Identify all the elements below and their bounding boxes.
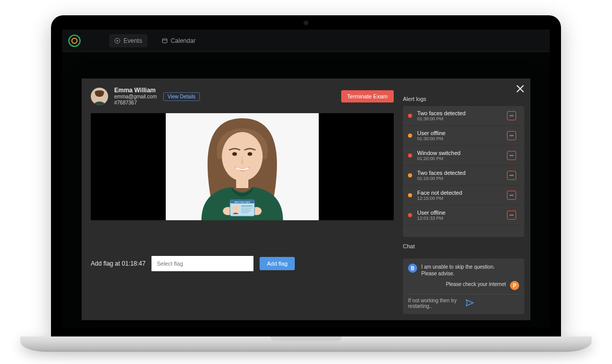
chat-panel: B I am unable to skip the question. Plea… xyxy=(403,258,524,314)
minus-icon xyxy=(509,195,514,196)
close-icon xyxy=(516,85,524,93)
alert-logs-title: Alert logs xyxy=(403,96,524,102)
alert-time: 01:20:00 PM xyxy=(417,156,507,161)
alert-item: Window switched01:20:00 PM xyxy=(403,146,521,166)
alert-severity-dot xyxy=(408,193,412,197)
nav-events[interactable]: Events xyxy=(109,34,147,47)
candidate-id: #7687367 xyxy=(114,100,157,106)
view-details-button[interactable]: View Details xyxy=(163,92,200,101)
nav-events-label: Events xyxy=(123,37,142,44)
app-nav: Events Calendar xyxy=(62,30,550,52)
alert-remove-button[interactable] xyxy=(507,111,516,120)
alert-severity-dot xyxy=(408,114,412,118)
alert-time: 12:01:33 PM xyxy=(417,216,507,221)
target-icon xyxy=(114,38,120,44)
minus-icon xyxy=(509,175,514,176)
calendar-icon xyxy=(162,38,168,44)
chat-avatar-proctor: P xyxy=(510,281,519,290)
alert-title: Window switched xyxy=(417,150,507,156)
candidate-video: NEW YORK STATE xyxy=(91,113,394,220)
alert-logs-list: Two faces detected01:38:00 PMUser offlin… xyxy=(403,106,524,237)
id-card-header: NEW YORK STATE xyxy=(235,201,250,203)
alert-remove-button[interactable] xyxy=(507,151,516,160)
svg-point-8 xyxy=(248,152,252,156)
candidate-email: emma@gmail.com xyxy=(114,94,157,100)
minus-icon xyxy=(509,135,514,136)
svg-rect-9 xyxy=(236,177,248,188)
alert-time: 01:30:00 PM xyxy=(417,136,507,141)
alert-severity-dot xyxy=(408,153,412,158)
alert-item: User offline12:01:33 PM xyxy=(403,205,521,225)
chat-message-candidate: I am unable to skip the question. Please… xyxy=(421,264,495,277)
chat-message-proctor: Please check your internet xyxy=(446,281,506,288)
candidate-name: Emma William xyxy=(114,87,157,94)
close-modal-button[interactable] xyxy=(515,84,525,94)
nav-calendar-label: Calendar xyxy=(171,37,196,44)
alert-remove-button[interactable] xyxy=(507,171,516,180)
svg-point-1 xyxy=(117,40,118,41)
alert-remove-button[interactable] xyxy=(507,211,516,220)
alert-remove-button[interactable] xyxy=(507,131,516,140)
proctor-modal: Emma William emma@gmail.com #7687367 Vie… xyxy=(82,79,530,320)
nav-calendar[interactable]: Calendar xyxy=(157,34,201,47)
alert-title: Two faces detected xyxy=(417,110,507,116)
chat-input[interactable]: If not working then try restarting.. xyxy=(408,298,462,309)
alert-title: Two faces detected xyxy=(417,170,507,176)
laptop-camera xyxy=(304,21,308,24)
app-window: Events Calendar xyxy=(62,30,550,327)
chat-avatar-candidate: B xyxy=(408,264,417,273)
alert-severity-dot xyxy=(408,134,412,138)
alert-logs-scroll[interactable]: Two faces detected01:38:00 PMUser offlin… xyxy=(403,106,521,237)
alert-severity-dot xyxy=(408,173,412,177)
alert-item: Two faces detected01:38:00 PM xyxy=(403,106,521,126)
alert-time: 01:38:00 PM xyxy=(417,116,507,121)
svg-point-15 xyxy=(234,206,238,210)
minus-icon xyxy=(509,215,514,216)
alert-remove-button[interactable] xyxy=(507,191,516,200)
send-message-button[interactable] xyxy=(466,299,519,307)
chat-title: Chat xyxy=(403,243,524,249)
alert-title: Face not detected xyxy=(417,190,507,196)
alert-severity-dot xyxy=(408,213,412,217)
svg-point-7 xyxy=(233,152,237,156)
alert-time: 12:15:00 PM xyxy=(417,196,507,201)
alert-title: User offline xyxy=(417,130,507,136)
candidate-video-feed: NEW YORK STATE xyxy=(166,113,319,220)
minus-icon xyxy=(509,155,514,156)
terminate-exam-button[interactable]: Terminate Exam xyxy=(341,90,394,102)
add-flag-button[interactable]: Add flag xyxy=(260,257,294,270)
candidate-avatar xyxy=(91,88,108,105)
add-flag-label: Add flag at 01:18:47 xyxy=(91,260,145,267)
alert-item: Face not detected12:15:00 PM xyxy=(403,186,521,205)
minus-icon xyxy=(509,115,514,116)
app-logo xyxy=(68,35,81,47)
alert-item: Two faces detected01:16:00 PM xyxy=(403,166,521,186)
alert-item: User offline01:30:00 PM xyxy=(403,126,521,146)
alert-time: 01:16:00 PM xyxy=(417,176,507,181)
select-flag-input[interactable] xyxy=(151,256,253,271)
svg-rect-2 xyxy=(162,39,167,43)
send-icon xyxy=(466,299,474,306)
alert-title: User offline xyxy=(417,210,507,216)
